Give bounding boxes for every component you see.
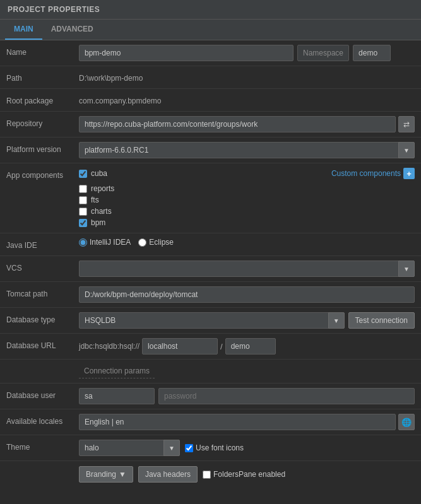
app-components-row: App components cuba Custom components + … bbox=[0, 163, 421, 233]
component-charts-label: charts bbox=[91, 207, 112, 216]
eclipse-radio[interactable] bbox=[138, 238, 146, 247]
name-row: Name Namespace demo bbox=[0, 40, 421, 66]
root-package-label: Root package bbox=[6, 93, 79, 105]
java-ide-row: Java IDE IntelliJ IDEA Eclipse bbox=[0, 233, 421, 256]
repository-input[interactable] bbox=[79, 116, 396, 132]
folders-pane-checkbox[interactable] bbox=[203, 471, 211, 479]
vcs-label: VCS bbox=[6, 261, 79, 273]
name-label: Name bbox=[6, 45, 79, 57]
test-connection-button[interactable]: Test connection bbox=[348, 312, 415, 329]
database-type-select[interactable]: HSQLDB bbox=[79, 312, 345, 329]
component-fts-label: fts bbox=[91, 196, 99, 204]
title-text: PROJECT PROPERTIES bbox=[8, 5, 100, 14]
vcs-select[interactable] bbox=[79, 261, 415, 277]
theme-row: Theme halo ▼ Use font icons bbox=[0, 435, 421, 461]
eclipse-option: Eclipse bbox=[138, 238, 174, 247]
intellij-radio[interactable] bbox=[79, 238, 87, 247]
tabs-bar: MAIN ADVANCED bbox=[0, 20, 421, 40]
tab-main[interactable]: MAIN bbox=[5, 20, 42, 40]
vcs-arrow[interactable]: ▼ bbox=[398, 261, 415, 277]
component-reports: reports bbox=[79, 183, 415, 194]
folders-pane-option: FoldersPane enabled bbox=[203, 470, 285, 479]
add-component-icon[interactable]: + bbox=[403, 168, 415, 179]
component-cuba-checkbox[interactable] bbox=[79, 170, 87, 178]
vcs-row: VCS ▼ bbox=[0, 256, 421, 282]
platform-version-row: Platform version platform-6.6.0.RC1 ▼ bbox=[0, 138, 421, 163]
component-charts: charts bbox=[79, 206, 415, 217]
component-fts-checkbox[interactable] bbox=[79, 196, 87, 204]
folders-pane-label: FoldersPane enabled bbox=[213, 470, 285, 479]
platform-version-label: Platform version bbox=[6, 142, 79, 154]
db-user-input[interactable] bbox=[79, 388, 155, 404]
bottom-buttons-row: Branding ▼ Java headers FoldersPane enab… bbox=[0, 461, 421, 488]
use-font-icons-option: Use font icons bbox=[185, 443, 244, 452]
available-locales-row: Available locales 🌐 bbox=[0, 409, 421, 435]
available-locales-label: Available locales bbox=[6, 414, 79, 426]
use-font-icons-label: Use font icons bbox=[196, 443, 244, 452]
database-type-label: Database type bbox=[6, 312, 79, 324]
component-reports-label: reports bbox=[91, 184, 114, 193]
title-bar: PROJECT PROPERTIES bbox=[0, 0, 421, 20]
tomcat-path-label: Tomcat path bbox=[6, 286, 79, 298]
database-user-row: Database user bbox=[0, 384, 421, 409]
database-type-row: Database type HSQLDB ▼ Test connection bbox=[0, 308, 421, 334]
component-cuba-label: cuba bbox=[91, 169, 107, 178]
tab-advanced[interactable]: ADVANCED bbox=[42, 20, 102, 40]
db-host-input[interactable] bbox=[142, 338, 218, 355]
database-url-row: Database URL jdbc:hsqldb:hsql:// / bbox=[0, 334, 421, 360]
app-components-label: App components bbox=[6, 168, 79, 180]
use-font-icons-checkbox[interactable] bbox=[185, 444, 193, 452]
tomcat-path-row: Tomcat path bbox=[0, 282, 421, 308]
platform-version-arrow[interactable]: ▼ bbox=[398, 142, 415, 158]
branding-arrow: ▼ bbox=[119, 470, 126, 479]
connection-params-row: Connection params bbox=[0, 360, 421, 384]
main-content: Name Namespace demo Path D:\work\bpm-dem… bbox=[0, 40, 421, 488]
theme-arrow[interactable]: ▼ bbox=[163, 440, 180, 456]
intellij-label: IntelliJ IDEA bbox=[90, 238, 131, 247]
tomcat-path-input[interactable] bbox=[79, 286, 415, 303]
db-url-separator: / bbox=[220, 342, 223, 351]
intellij-option: IntelliJ IDEA bbox=[79, 238, 131, 247]
name-input[interactable] bbox=[79, 45, 294, 61]
database-url-label: Database URL bbox=[6, 338, 79, 350]
component-reports-checkbox[interactable] bbox=[79, 185, 87, 193]
repository-share-icon[interactable]: ⇄ bbox=[398, 116, 415, 132]
db-name-input[interactable] bbox=[225, 338, 276, 355]
java-ide-label: Java IDE bbox=[6, 238, 79, 250]
namespace-value: demo bbox=[353, 45, 391, 61]
component-bpm-checkbox[interactable] bbox=[79, 219, 87, 227]
repository-label: Repository bbox=[6, 116, 79, 128]
root-package-value: com.company.bpmdemo bbox=[79, 93, 162, 105]
platform-version-select[interactable]: platform-6.6.0.RC1 bbox=[79, 142, 415, 158]
path-row: Path D:\work\bpm-demo bbox=[0, 66, 421, 89]
database-type-arrow[interactable]: ▼ bbox=[328, 312, 345, 329]
root-package-row: Root package com.company.bpmdemo bbox=[0, 89, 421, 112]
path-label: Path bbox=[6, 71, 79, 83]
db-url-prefix: jdbc:hsqldb:hsql:// bbox=[79, 342, 139, 351]
component-bpm: bpm bbox=[79, 217, 415, 228]
theme-label: Theme bbox=[6, 440, 79, 452]
component-cuba: cuba bbox=[79, 168, 107, 179]
database-user-label: Database user bbox=[6, 388, 79, 400]
java-headers-button[interactable]: Java headers bbox=[138, 466, 198, 483]
path-value: D:\work\bpm-demo bbox=[79, 71, 143, 83]
globe-icon-button[interactable]: 🌐 bbox=[398, 414, 415, 430]
component-charts-checkbox[interactable] bbox=[79, 208, 87, 216]
branding-button[interactable]: Branding ▼ bbox=[79, 466, 133, 483]
repository-row: Repository ⇄ bbox=[0, 112, 421, 138]
db-password-input[interactable] bbox=[158, 388, 415, 404]
connection-params-label[interactable]: Connection params bbox=[79, 364, 155, 378]
component-fts: fts bbox=[79, 194, 415, 206]
namespace-label: Namespace bbox=[297, 45, 349, 61]
locales-input[interactable] bbox=[79, 414, 396, 430]
custom-components-button[interactable]: Custom components + bbox=[331, 168, 415, 179]
eclipse-label: Eclipse bbox=[149, 238, 174, 247]
component-bpm-label: bpm bbox=[91, 218, 105, 227]
